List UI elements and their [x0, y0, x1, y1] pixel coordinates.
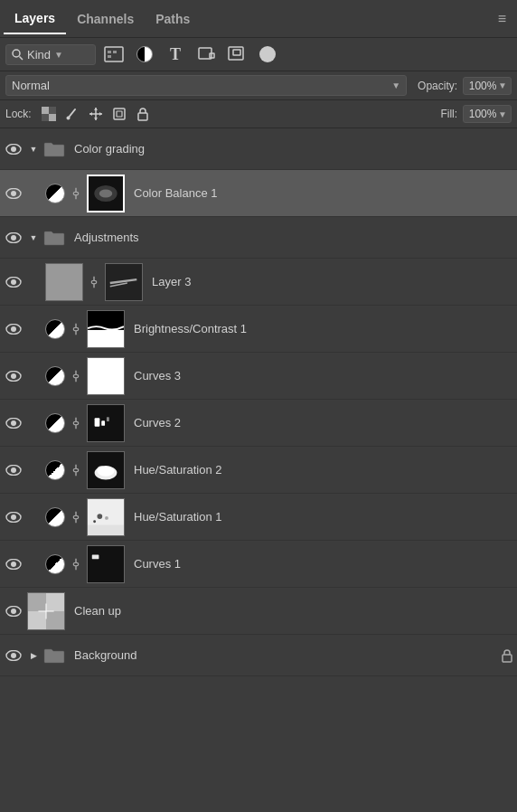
- svg-point-15: [66, 117, 70, 120]
- tab-bar: Layers Channels Paths ≡: [0, 0, 517, 38]
- svg-point-26: [11, 146, 16, 152]
- layer-name: Brightness/Contrast 1: [128, 322, 513, 335]
- layer-row[interactable]: ▶ Background: [0, 635, 517, 676]
- pixel-filter-button[interactable]: [101, 42, 127, 66]
- svg-point-77: [11, 609, 16, 614]
- lock-all-button[interactable]: [133, 104, 153, 124]
- opacity-input-group[interactable]: 100% ▼: [463, 77, 512, 95]
- layer-row[interactable]: Curves 3: [0, 353, 517, 400]
- fill-label: Fill:: [440, 108, 457, 120]
- layer-name: Hue/Saturation 2: [128, 463, 513, 477]
- layer-row[interactable]: Hue/Saturation 1: [0, 494, 517, 541]
- layer-name: Curves 2: [128, 416, 513, 430]
- svg-rect-22: [114, 109, 125, 119]
- svg-point-58: [73, 468, 78, 472]
- layer-row[interactable]: Hue/Saturation 2: [0, 447, 517, 494]
- svg-rect-13: [49, 107, 56, 114]
- tab-paths[interactable]: Paths: [145, 5, 201, 33]
- svg-point-37: [91, 280, 96, 284]
- layer-name: Color grading: [69, 142, 513, 156]
- layer-row[interactable]: Clean up: [0, 588, 517, 635]
- layer-row[interactable]: ▼ Color grading: [0, 128, 517, 170]
- svg-marker-19: [94, 118, 98, 120]
- smart-object-filter-button[interactable]: [224, 42, 249, 66]
- visibility-icon[interactable]: [4, 413, 24, 433]
- tab-layers[interactable]: Layers: [4, 4, 66, 34]
- svg-rect-86: [503, 655, 512, 662]
- visibility-icon[interactable]: [4, 554, 24, 574]
- shape-filter-button[interactable]: [193, 42, 219, 66]
- svg-rect-2: [105, 47, 123, 61]
- collapse-arrow-icon[interactable]: ▼: [27, 231, 40, 244]
- blend-arrow-icon: ▼: [391, 80, 400, 90]
- svg-rect-4: [113, 51, 117, 53]
- lock-fill-toolbar: Lock:: [0, 100, 517, 128]
- svg-point-34: [11, 235, 16, 241]
- expand-arrow-icon[interactable]: ▶: [27, 649, 40, 662]
- svg-rect-74: [88, 546, 124, 582]
- lock-pixels-button[interactable]: [62, 104, 82, 124]
- circle-icon: [259, 46, 276, 62]
- kind-arrow-icon: ▼: [54, 50, 63, 60]
- svg-point-28: [11, 191, 16, 196]
- visibility-icon[interactable]: [4, 139, 24, 159]
- svg-rect-78: [28, 593, 46, 611]
- svg-rect-80: [46, 593, 64, 611]
- layer-row[interactable]: ▼ Adjustments: [0, 217, 517, 259]
- svg-rect-5: [108, 55, 111, 58]
- svg-rect-23: [117, 111, 122, 117]
- svg-point-51: [73, 421, 78, 425]
- tab-channels[interactable]: Channels: [66, 5, 145, 33]
- layers-list: ▼ Color grading: [0, 128, 517, 676]
- layer-thumbnail: [87, 451, 125, 489]
- adjustment-layer-icon: [45, 413, 65, 433]
- visibility-icon[interactable]: [4, 228, 24, 248]
- visibility-icon[interactable]: [4, 184, 24, 203]
- lock-artboard-button[interactable]: [109, 104, 129, 124]
- visibility-icon[interactable]: [4, 272, 24, 292]
- layer-thumbnail: [87, 310, 125, 348]
- folder-icon: [43, 647, 65, 665]
- layer-name: Layer 3: [146, 275, 513, 288]
- kind-label: Kind: [27, 48, 51, 61]
- visibility-icon[interactable]: [4, 646, 24, 666]
- svg-marker-18: [94, 108, 98, 110]
- kind-dropdown[interactable]: Kind ▼: [5, 44, 96, 65]
- layer-row[interactable]: Layer 3: [0, 259, 517, 306]
- effect-filter-button[interactable]: [255, 42, 280, 66]
- blend-mode-dropdown[interactable]: Normal ▼: [5, 75, 407, 96]
- layer-row[interactable]: Color Balance 1: [0, 170, 517, 217]
- layer-name: Clean up: [69, 604, 513, 618]
- fill-arrow-icon: ▼: [498, 109, 507, 119]
- adjustment-layer-icon: [45, 507, 65, 527]
- search-icon: [12, 49, 24, 61]
- visibility-icon[interactable]: [4, 601, 24, 621]
- adjustment-filter-button[interactable]: [132, 42, 157, 66]
- visibility-icon[interactable]: [4, 366, 24, 386]
- opacity-label: Opacity:: [418, 80, 457, 92]
- folder-icon: [43, 229, 65, 247]
- visibility-icon[interactable]: [4, 319, 24, 339]
- layer-name: Curves 3: [128, 369, 513, 382]
- lock-label: Lock:: [5, 108, 32, 120]
- fill-input-group[interactable]: 100% ▼: [463, 105, 512, 123]
- visibility-icon[interactable]: [4, 507, 24, 527]
- visibility-icon[interactable]: [4, 460, 24, 480]
- text-filter-button[interactable]: T: [163, 42, 188, 66]
- blend-mode-label: Normal: [12, 79, 50, 92]
- svg-point-69: [93, 520, 96, 523]
- collapse-arrow-icon[interactable]: ▼: [27, 143, 40, 156]
- layer-row[interactable]: Curves 1: [0, 541, 517, 588]
- lock-transparency-button[interactable]: [39, 104, 59, 124]
- layer-row[interactable]: Brightness/Contrast 1: [0, 306, 517, 353]
- svg-point-47: [11, 373, 16, 379]
- panel-menu-icon[interactable]: ≡: [491, 7, 513, 31]
- layer-row[interactable]: Curves 2: [0, 400, 517, 447]
- svg-rect-24: [138, 113, 147, 120]
- svg-point-67: [97, 514, 102, 519]
- layer-thumbnail: [87, 545, 125, 583]
- adjustment-layer-icon: [45, 460, 65, 480]
- svg-rect-55: [107, 417, 109, 421]
- svg-point-36: [11, 279, 16, 285]
- lock-position-button[interactable]: [86, 104, 106, 124]
